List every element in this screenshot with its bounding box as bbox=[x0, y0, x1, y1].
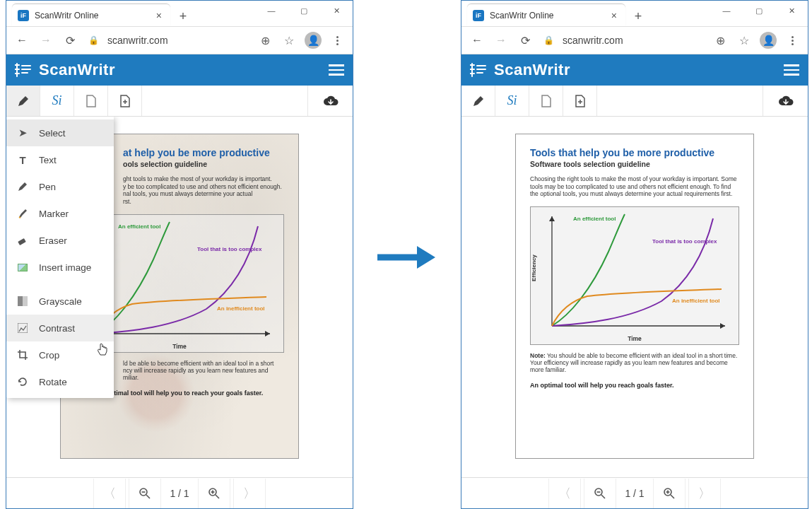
bookmark-star-icon[interactable]: ☆ bbox=[734, 30, 754, 50]
page-indicator: 1 / 1 bbox=[164, 488, 194, 499]
zoom-out-button[interactable] bbox=[129, 479, 161, 508]
dropdown-label: Marker bbox=[39, 209, 69, 219]
svg-line-17 bbox=[601, 495, 605, 498]
edit-tool-button[interactable] bbox=[461, 86, 495, 116]
menu-icon[interactable] bbox=[784, 64, 799, 76]
dropdown-item-rotate[interactable]: Rotate bbox=[6, 368, 114, 395]
dropdown-label: Select bbox=[39, 128, 66, 139]
cloud-save-button[interactable] bbox=[307, 86, 353, 116]
profile-avatar-icon[interactable]: 👤 bbox=[758, 30, 778, 50]
menu-icon[interactable] bbox=[329, 64, 344, 76]
close-icon[interactable]: × bbox=[153, 10, 165, 21]
canvas-area: Tools that help you be more productive S… bbox=[461, 117, 808, 477]
note-text: You should be able to become efficient w… bbox=[530, 352, 737, 373]
bookmark-star-icon[interactable]: ☆ bbox=[279, 30, 299, 50]
dropdown-item-marker[interactable]: Marker bbox=[6, 200, 114, 227]
url-text[interactable]: scanwritr.com bbox=[107, 35, 168, 46]
close-window-icon[interactable]: ✕ bbox=[775, 1, 808, 21]
app-header: ScanWritr bbox=[6, 54, 353, 86]
chart-series-label: An efficient tool bbox=[573, 216, 616, 222]
next-page-button[interactable]: 〉 bbox=[688, 479, 721, 508]
app-header: ScanWritr bbox=[461, 54, 808, 86]
contrast-icon bbox=[16, 323, 29, 333]
dropdown-item-select[interactable]: ➤ Select bbox=[6, 119, 114, 146]
note-label: Note: bbox=[530, 352, 546, 359]
text-icon: T bbox=[16, 154, 29, 166]
minimize-icon[interactable]: — bbox=[710, 1, 743, 21]
eraser-icon bbox=[16, 235, 29, 246]
browser-tab[interactable]: iF ScanWritr Online × bbox=[467, 4, 625, 26]
dropdown-label: Pen bbox=[39, 182, 56, 192]
back-icon[interactable]: ← bbox=[467, 30, 487, 50]
add-page-tool-button[interactable] bbox=[563, 86, 597, 116]
forward-icon[interactable]: → bbox=[36, 30, 56, 50]
close-window-icon[interactable]: ✕ bbox=[320, 1, 353, 21]
window-controls: — ▢ ✕ bbox=[710, 1, 808, 21]
tab-title: ScanWritr Online bbox=[490, 11, 608, 21]
tab-title: ScanWritr Online bbox=[35, 11, 153, 21]
browser-urlbar: ← → ⟳ 🔒 scanwritr.com ⊕ ☆ 👤 bbox=[6, 26, 353, 54]
toolbar: Si bbox=[6, 86, 353, 117]
new-tab-button[interactable]: + bbox=[628, 6, 648, 26]
add-page-tool-button[interactable] bbox=[108, 86, 142, 116]
dropdown-label: Grayscale bbox=[39, 296, 82, 307]
edit-tool-button[interactable] bbox=[6, 86, 40, 116]
zoom-out-button[interactable] bbox=[584, 479, 616, 508]
signature-tool-button[interactable]: Si bbox=[495, 86, 529, 116]
dropdown-item-crop[interactable]: Crop bbox=[6, 341, 114, 368]
dropdown-item-insert-image[interactable]: Insert image bbox=[6, 254, 114, 281]
chart-series-label: An inefficient tool bbox=[672, 298, 720, 304]
crop-icon bbox=[16, 349, 29, 361]
dropdown-label: Text bbox=[39, 155, 57, 165]
chart: Efficiency Time An efficient tool Tool t… bbox=[530, 206, 739, 345]
page-tool-button[interactable] bbox=[529, 86, 563, 116]
dropdown-item-contrast[interactable]: Contrast bbox=[6, 315, 114, 341]
brand-text: ScanWritr bbox=[494, 61, 570, 79]
document-page-after: Tools that help you be more productive S… bbox=[515, 134, 754, 459]
grayscale-icon bbox=[16, 296, 29, 306]
dropdown-item-pen[interactable]: Pen bbox=[6, 173, 114, 200]
zoom-in-button[interactable] bbox=[653, 479, 686, 508]
doc-paragraph: Choosing the right tools to make the mos… bbox=[530, 175, 739, 198]
close-icon[interactable]: × bbox=[608, 10, 620, 21]
cloud-save-button[interactable] bbox=[763, 86, 808, 116]
prev-page-button[interactable]: 〈 bbox=[548, 479, 581, 508]
forward-icon[interactable]: → bbox=[491, 30, 511, 50]
lock-icon: 🔒 bbox=[543, 35, 554, 45]
reload-icon[interactable]: ⟳ bbox=[515, 30, 535, 50]
maximize-icon[interactable]: ▢ bbox=[288, 1, 320, 21]
prev-page-button[interactable]: 〈 bbox=[93, 479, 126, 508]
minimize-icon[interactable]: — bbox=[255, 1, 288, 21]
signature-tool-button[interactable]: Si bbox=[40, 86, 74, 116]
zoom-in-button[interactable] bbox=[198, 479, 230, 508]
maximize-icon[interactable]: ▢ bbox=[743, 1, 775, 21]
tab-favicon: iF bbox=[473, 10, 484, 21]
rotate-icon bbox=[16, 376, 29, 387]
doc-title: Tools that help you be more productive bbox=[530, 147, 739, 158]
dropdown-item-text[interactable]: T Text bbox=[6, 146, 114, 173]
y-axis-label: Efficiency bbox=[531, 255, 537, 281]
dropdown-label: Rotate bbox=[39, 377, 67, 387]
dropdown-item-grayscale[interactable]: Grayscale bbox=[6, 288, 114, 315]
dropdown-item-eraser[interactable]: Eraser bbox=[6, 227, 114, 254]
browser-menu-icon[interactable] bbox=[327, 30, 347, 50]
reload-icon[interactable]: ⟳ bbox=[60, 30, 80, 50]
tab-favicon: iF bbox=[18, 10, 29, 21]
profile-avatar-icon[interactable]: 👤 bbox=[303, 30, 323, 50]
transform-arrow-icon bbox=[375, 243, 445, 271]
browser-tab[interactable]: iF ScanWritr Online × bbox=[12, 4, 170, 26]
browser-menu-icon[interactable] bbox=[782, 30, 802, 50]
page-indicator: 1 / 1 bbox=[619, 488, 649, 499]
back-icon[interactable]: ← bbox=[12, 30, 32, 50]
page-tool-button[interactable] bbox=[74, 86, 108, 116]
next-page-button[interactable]: 〉 bbox=[233, 479, 266, 508]
doc-note: Note: You should be able to become effic… bbox=[530, 352, 739, 373]
dropdown-label: Crop bbox=[39, 350, 59, 361]
dropdown-label: Insert image bbox=[39, 262, 91, 273]
chart-series-label: Tool that is too complex bbox=[197, 246, 261, 252]
url-text[interactable]: scanwritr.com bbox=[563, 35, 623, 46]
new-tab-button[interactable]: + bbox=[173, 6, 193, 26]
window-titlebar: iF ScanWritr Online × + — ▢ ✕ bbox=[461, 1, 808, 26]
zoom-plus-icon[interactable]: ⊕ bbox=[255, 30, 275, 50]
zoom-plus-icon[interactable]: ⊕ bbox=[710, 30, 730, 50]
